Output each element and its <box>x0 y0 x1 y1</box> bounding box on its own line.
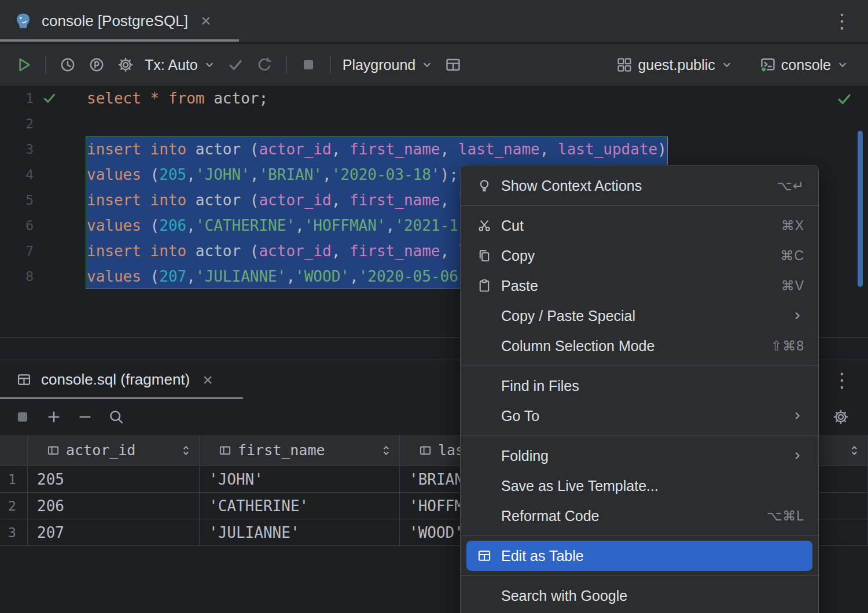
code-line-2[interactable]: 2 <box>0 111 868 136</box>
commit-button[interactable] <box>223 53 248 77</box>
scissors-icon <box>477 218 492 233</box>
close-icon[interactable]: × <box>203 371 213 389</box>
menu-item-label: Folding <box>501 448 549 464</box>
menu-item-show-context-actions[interactable]: Show Context Actions⌥↵ <box>461 171 818 201</box>
menu-item-copy-paste-special[interactable]: Copy / Paste Special <box>461 301 818 331</box>
table-cell[interactable]: 207 <box>28 519 200 546</box>
menu-item-reformat-code[interactable]: Reformat Code⌥⌘L <box>461 501 818 531</box>
sort-icon[interactable] <box>179 444 193 457</box>
menu-separator <box>461 575 818 576</box>
paste-icon <box>477 278 492 293</box>
menu-icon-spacer <box>477 308 492 323</box>
menu-item-label: Copy <box>501 248 535 264</box>
column-header-first-name[interactable]: first_name <box>200 435 400 466</box>
line-number: 8 <box>0 264 34 289</box>
menu-shortcut: ⌥⌘L <box>767 508 804 524</box>
menu-separator <box>461 205 818 206</box>
table-cell[interactable]: 'JULIANNE' <box>200 519 400 546</box>
menu-icon-spacer <box>477 478 492 493</box>
menu-item-copy[interactable]: Copy⌘C <box>461 241 818 271</box>
stop-button[interactable] <box>10 405 35 429</box>
datagrip-console-window: console [PostgreSQL] × ⋮ Tx: AutoPlaygro… <box>0 0 868 613</box>
table-icon <box>16 372 32 387</box>
menu-separator <box>461 536 818 536</box>
menu-item-label: Paste <box>501 278 538 294</box>
column-header-actor-id[interactable]: actor_id <box>28 435 200 466</box>
editor-scrollbar[interactable] <box>858 131 863 287</box>
playground-dropdown[interactable]: Playground <box>338 53 439 77</box>
view-as-table-button[interactable] <box>440 53 466 77</box>
add-row-button[interactable] <box>41 405 67 429</box>
tab-console-sql-fragment[interactable]: console.sql (fragment) × <box>0 360 243 399</box>
menu-icon-spacer <box>477 378 492 393</box>
menu-item-find-in-files[interactable]: Find in Files <box>461 371 818 401</box>
run-button[interactable] <box>11 53 36 77</box>
menu-item-column-selection-mode[interactable]: Column Selection Mode⇧⌘8 <box>461 331 818 361</box>
tx-mode-dropdown[interactable]: Tx: Auto <box>140 53 221 77</box>
menu-item-edit-as-table[interactable]: Edit as Table <box>466 541 812 571</box>
execution-history-button[interactable] <box>55 53 80 77</box>
menu-item-label: Cut <box>501 217 524 234</box>
code-text: values (206,'CATHERINE','HOFFMAN','2021-… <box>87 213 521 238</box>
more-options-icon[interactable]: ⋮ <box>832 11 868 31</box>
line-number: 1 <box>0 86 34 111</box>
sort-icon[interactable] <box>848 444 862 457</box>
stop-button[interactable] <box>296 53 321 77</box>
menu-item-label: Search with Google <box>501 588 627 604</box>
user-parameters-button[interactable] <box>84 53 109 77</box>
more-options-icon[interactable]: ⋮ <box>832 370 868 390</box>
menu-shortcut: ⌘X <box>781 218 804 234</box>
gear-icon <box>117 56 134 73</box>
menu-item-label: Go To <box>501 408 539 424</box>
menu-item-go-to[interactable]: Go To <box>461 401 818 431</box>
menu-item-paste[interactable]: Paste⌘V <box>461 271 818 301</box>
toolbar-separator <box>330 56 331 73</box>
find-button[interactable] <box>104 405 129 429</box>
menu-separator <box>461 365 818 366</box>
postgresql-icon <box>14 12 32 30</box>
delete-row-button[interactable] <box>72 405 98 429</box>
code-text: values (207,'JULIANNE','WOOD','2020-05-0… <box>87 264 486 289</box>
active-tab-underline <box>0 39 239 42</box>
menu-icon-spacer <box>477 448 492 463</box>
tab-console-postgresql[interactable]: console [PostgreSQL] × <box>0 0 239 42</box>
menu-shortcut: ⌘V <box>781 278 804 294</box>
inspection-ok-icon <box>836 90 853 108</box>
console-toolbar: Tx: AutoPlayground guest.publicconsole <box>0 44 868 86</box>
code-line-1[interactable]: 1select * from actor; <box>0 86 868 111</box>
schema-selector-dropdown[interactable]: guest.public <box>611 53 738 77</box>
menu-item-folding[interactable]: Folding <box>461 441 818 471</box>
code-line-3[interactable]: 3insert into actor (actor_id, first_name… <box>0 136 868 162</box>
console-icon <box>759 56 777 73</box>
stop-icon <box>14 408 31 426</box>
menu-item-search-with-google[interactable]: Search with Google <box>461 581 818 611</box>
table-cell[interactable]: 'CATHERINE' <box>200 493 400 519</box>
rollback-button[interactable] <box>252 53 277 77</box>
menu-item-save-as-live-template[interactable]: Save as Live Template... <box>461 471 818 501</box>
column-header-label: actor_id <box>66 442 135 459</box>
editor-tab-bar: console [PostgreSQL] × ⋮ <box>0 0 868 43</box>
menu-item-label: Column Selection Mode <box>501 338 654 354</box>
menu-item-label: Edit as Table <box>501 548 584 564</box>
statement-success-icon <box>42 90 57 106</box>
table-cell[interactable]: 205 <box>28 466 200 493</box>
column-icon <box>218 444 232 457</box>
toolbar-left-group: Tx: AutoPlayground <box>9 53 468 77</box>
line-number: 2 <box>0 111 34 136</box>
row-number: 1 <box>0 466 28 493</box>
search-icon <box>108 408 125 426</box>
chevron-down-icon <box>203 58 216 72</box>
close-icon[interactable]: × <box>201 12 211 29</box>
options-button[interactable] <box>828 405 854 429</box>
settings-button[interactable] <box>113 53 138 77</box>
menu-item-cut[interactable]: Cut⌘X <box>461 211 818 241</box>
table-cell[interactable]: 206 <box>28 493 200 519</box>
sort-icon[interactable] <box>380 444 393 457</box>
table-cell[interactable]: 'JOHN' <box>200 466 400 493</box>
tab-title: console [PostgreSQL] <box>42 12 188 30</box>
minus-icon <box>76 408 94 426</box>
stop-icon <box>300 56 317 73</box>
tx-mode-label: Tx: Auto <box>145 57 198 73</box>
submenu-arrow-icon <box>790 309 804 323</box>
session-selector-dropdown[interactable]: console <box>755 53 854 77</box>
